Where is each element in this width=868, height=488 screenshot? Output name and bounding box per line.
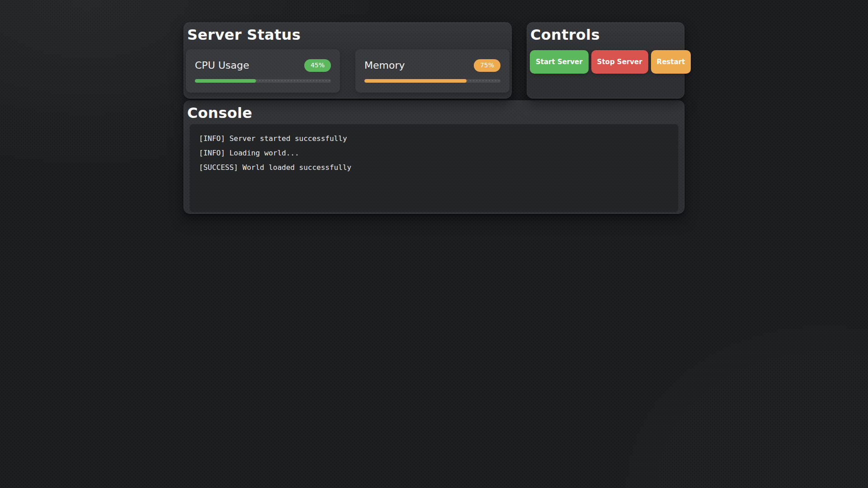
console-log-line: [INFO] Server started successfully (199, 131, 669, 146)
memory-card: Memory 75% (355, 49, 509, 92)
dashboard-container: Server Status CPU Usage 45% Memory 75% (184, 0, 684, 214)
cpu-usage-label: CPU Usage (195, 60, 249, 71)
controls-buttons-row: Start Server Stop Server Restart (529, 49, 682, 74)
server-status-title: Server Status (186, 25, 509, 45)
console-log-line: [SUCCESS] World loaded successfully (199, 160, 669, 175)
start-server-button[interactable]: Start Server (530, 50, 589, 74)
memory-badge: 75% (474, 59, 500, 71)
server-status-panel: Server Status CPU Usage 45% Memory 75% (184, 22, 512, 99)
console-output: [INFO] Server started successfully [INFO… (189, 124, 679, 212)
console-title: Console (186, 103, 682, 123)
cpu-progress-track (195, 79, 331, 83)
restart-button[interactable]: Restart (651, 50, 691, 74)
console-panel: Console [INFO] Server started successful… (184, 100, 684, 214)
stop-server-button[interactable]: Stop Server (591, 50, 648, 74)
metric-row: CPU Usage 45% Memory 75% (186, 49, 509, 92)
console-log-line: [INFO] Loading world... (199, 146, 669, 160)
page-background: { "server_status": { "title": "Server St… (0, 0, 868, 488)
cpu-usage-header: CPU Usage 45% (195, 59, 331, 71)
controls-panel: Controls Start Server Stop Server Restar… (527, 22, 684, 99)
cpu-usage-badge: 45% (304, 59, 331, 71)
cpu-progress-fill (195, 79, 256, 83)
memory-progress-track (364, 79, 500, 83)
cpu-usage-card: CPU Usage 45% (186, 49, 340, 92)
memory-header: Memory 75% (364, 59, 500, 71)
memory-label: Memory (364, 60, 405, 71)
controls-title: Controls (529, 25, 682, 45)
memory-progress-fill (364, 79, 467, 83)
top-row: Server Status CPU Usage 45% Memory 75% (184, 22, 684, 99)
